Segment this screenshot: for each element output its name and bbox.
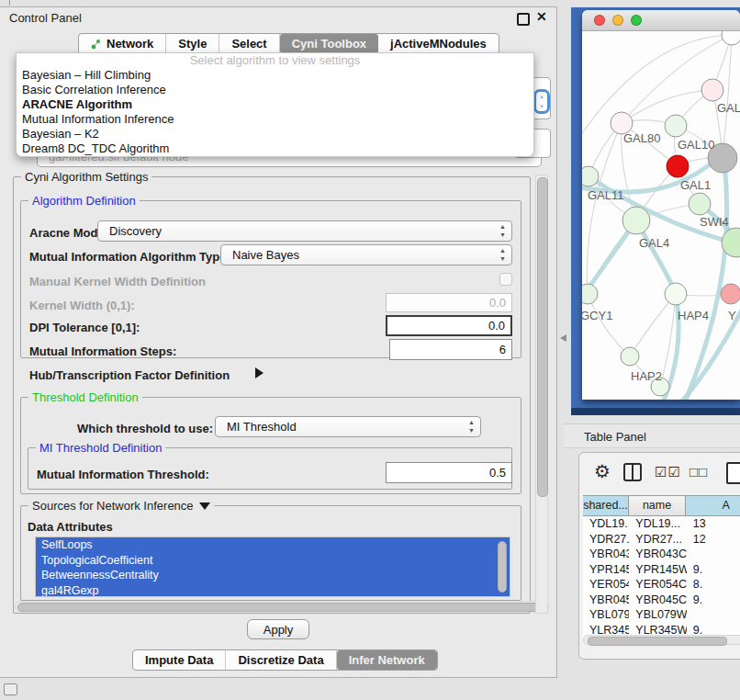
- network-canvas[interactable]: GALGAL80GAL10GAL11GAL1GAL4SWI4GCY1HAP4YH…: [582, 31, 740, 400]
- which-threshold-combo[interactable]: MI Threshold ▲▼: [215, 416, 481, 437]
- network-node[interactable]: [722, 31, 740, 45]
- apply-button[interactable]: Apply: [247, 619, 309, 639]
- combo-arrows-icon: ▲▼: [499, 246, 506, 263]
- settings-hscrollbar-track[interactable]: [15, 601, 549, 612]
- settings-vscrollbar-track[interactable]: [535, 175, 548, 614]
- tab-style[interactable]: Style: [166, 34, 219, 53]
- collapsed-arrow-icon[interactable]: [255, 367, 263, 378]
- table-cell: 12: [687, 532, 740, 548]
- window-edge-tick: [9, 0, 10, 6]
- table-row[interactable]: YPR145WYPR145W9.: [583, 562, 740, 578]
- table-cell: YER054C: [583, 577, 629, 593]
- control-panel-tabbar: NetworkStyleSelectCyni ToolboxjActiveMNo…: [78, 33, 499, 54]
- kernel-width-field[interactable]: 0.0: [386, 293, 512, 312]
- split-panel-icon[interactable]: [623, 463, 642, 481]
- attribute-item-betweennesscentrality[interactable]: BetweennessCentrality: [36, 568, 510, 583]
- tab-network[interactable]: Network: [79, 34, 166, 53]
- table-toolbar: ⚙ ☑☑ □□: [579, 453, 740, 495]
- sources-legend[interactable]: Sources for Network Inference: [28, 499, 214, 513]
- node-label-hap4: HAP4: [678, 309, 709, 322]
- float-panel-icon[interactable]: [517, 13, 530, 26]
- table-cell: 9.: [687, 562, 740, 578]
- network-edge[interactable]: [588, 294, 630, 356]
- select-all-checks-icon[interactable]: ☑☑: [655, 464, 681, 480]
- dropdown-item-dream8-dc-tdc-algorithm[interactable]: Dream8 DC_TDC Algorithm: [17, 141, 533, 156]
- dropdown-item-basic-correlation-inference[interactable]: Basic Correlation Inference: [17, 83, 533, 97]
- network-node-gal11[interactable]: [582, 166, 599, 186]
- attributes-list-scrollbar[interactable]: [498, 541, 507, 593]
- tab-impute-data[interactable]: Impute Data: [133, 650, 226, 670]
- close-panel-icon[interactable]: ✕: [536, 9, 547, 24]
- table-cell: 9.: [687, 593, 740, 608]
- attribute-item-gal4rgexp[interactable]: gal4RGexp: [36, 583, 510, 598]
- network-node-hap4[interactable]: [665, 283, 687, 305]
- dropdown-item-aracne-algorithm[interactable]: ARACNE Algorithm: [17, 97, 533, 112]
- dropdown-item-bayesian-k2[interactable]: Bayesian – K2: [17, 127, 533, 141]
- settings-hscrollbar-thumb[interactable]: [17, 603, 548, 612]
- dpi-tolerance-field[interactable]: 0.0: [386, 315, 512, 336]
- table-row[interactable]: YER054CYER054C8.: [583, 577, 740, 593]
- table-cell: YBR045C: [583, 593, 629, 608]
- table-row[interactable]: YDR27...YDR27...12: [583, 532, 740, 548]
- minimize-traffic-light[interactable]: [612, 15, 623, 26]
- table-row[interactable]: YDL19...YDL19...13: [583, 516, 740, 532]
- network-node-gcy1[interactable]: [582, 284, 598, 304]
- combo-spinner-button[interactable]: [533, 89, 550, 114]
- manual-kernel-checkbox[interactable]: [499, 273, 512, 286]
- mi-threshold-field[interactable]: 0.5: [386, 462, 512, 483]
- attribute-item-selfloops[interactable]: SelfLoops: [36, 537, 510, 553]
- expanded-arrow-icon: [199, 502, 210, 510]
- table-cell: YDL19...: [629, 516, 686, 532]
- table-hscrollbar[interactable]: [583, 635, 740, 645]
- combo-arrows-icon: ▲▼: [499, 222, 506, 239]
- table-hscrollbar-thumb[interactable]: [588, 637, 727, 646]
- which-threshold-value: MI Threshold: [227, 417, 297, 436]
- network-node-gal[interactable]: [701, 79, 723, 101]
- attribute-item-topologicalcoefficient[interactable]: TopologicalCoefficient: [36, 553, 510, 569]
- table-row[interactable]: YBL079WYBL079W: [583, 607, 740, 623]
- node-label-y: Y: [728, 309, 736, 322]
- column-header-name[interactable]: name: [629, 496, 686, 515]
- mi-steps-field[interactable]: 6: [389, 339, 512, 360]
- network-node-y[interactable]: [721, 284, 740, 304]
- dropdown-item-bayesian-hill-climbing[interactable]: Bayesian – Hill Climbing: [17, 68, 533, 83]
- tab-discretize-data[interactable]: Discretize Data: [226, 650, 336, 670]
- mi-type-combo[interactable]: Naive Bayes ▲▼: [220, 244, 512, 265]
- network-node-hap2[interactable]: [621, 347, 639, 366]
- minimized-panel-icon[interactable]: [4, 683, 17, 695]
- table-row[interactable]: YBR043CYBR043C: [583, 547, 740, 562]
- node-label-gal: GAL: [717, 101, 740, 115]
- hub-definition-toggle[interactable]: Hub/Transcription Factor Definition: [29, 368, 230, 382]
- new-table-icon[interactable]: [726, 462, 740, 484]
- dropdown-item-mutual-information-inference[interactable]: Mutual Information Inference: [17, 112, 533, 127]
- network-node[interactable]: [667, 155, 689, 177]
- network-window: GALGAL80GAL10GAL11GAL1GAL4SWI4GCY1HAP4YH…: [582, 10, 740, 400]
- table-cell: [687, 607, 740, 623]
- panel-collapse-arrow[interactable]: [560, 334, 566, 342]
- close-traffic-light[interactable]: [594, 15, 605, 26]
- node-label-hap2: HAP2: [631, 369, 662, 383]
- table-cell: YER054C: [629, 577, 686, 593]
- table-panel-title: Table Panel: [584, 430, 646, 444]
- network-edge[interactable]: [622, 90, 712, 123]
- network-node-gal4[interactable]: [622, 207, 650, 234]
- network-window-titlebar[interactable]: [582, 10, 740, 31]
- zoom-traffic-light[interactable]: [631, 15, 642, 26]
- aracne-mode-combo[interactable]: Discovery ▲▼: [97, 220, 512, 242]
- deselect-all-icon[interactable]: □□: [690, 464, 708, 480]
- network-node-gal1[interactable]: [689, 193, 711, 215]
- column-header-shared[interactable]: shared...: [583, 496, 629, 515]
- tab-select[interactable]: Select: [219, 34, 279, 53]
- tab-infer-network[interactable]: Infer Network: [337, 650, 437, 670]
- gear-icon[interactable]: ⚙: [594, 460, 611, 482]
- node-label-swi4: SWI4: [700, 215, 729, 229]
- settings-vscrollbar-thumb[interactable]: [537, 177, 548, 497]
- table-row[interactable]: YBR045CYBR045C9.: [583, 593, 740, 608]
- tab-cyni-toolbox[interactable]: Cyni Toolbox: [280, 34, 378, 53]
- column-header-a[interactable]: A: [686, 496, 740, 515]
- table-cell: 13: [687, 516, 740, 532]
- network-edge[interactable]: [723, 35, 732, 158]
- network-node-gal10[interactable]: [665, 115, 687, 137]
- data-attributes-list[interactable]: SelfLoopsTopologicalCoefficientBetweenne…: [35, 536, 510, 597]
- tab-jactivemnodules[interactable]: jActiveMNodules: [378, 34, 499, 53]
